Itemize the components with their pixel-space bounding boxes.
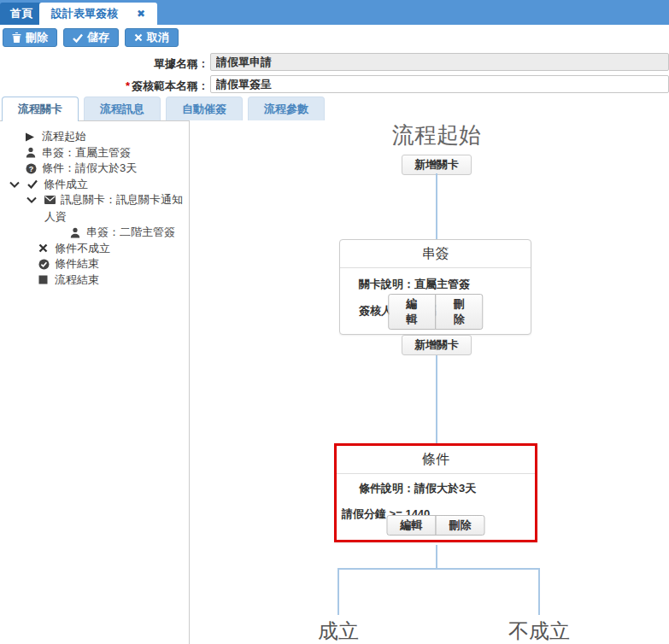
tree-item-condition-true[interactable]: 條件成立 <box>0 177 189 193</box>
flow-diagram-panel: 流程起始 新增關卡 串簽 關卡說明：直屬主管簽 簽核人員：直屬主管 編輯 刪除 … <box>190 120 669 644</box>
trash-icon <box>12 32 21 43</box>
edit-button[interactable]: 編輯 <box>388 294 436 330</box>
check-circle-icon <box>38 256 55 272</box>
tree-item-label: 條件：請假大於3天 <box>42 161 137 177</box>
doc-name-label: 單據名稱 : <box>0 56 205 72</box>
tree-item-label: 流程結束 <box>55 272 99 289</box>
delete-button[interactable]: 刪除 <box>3 28 57 47</box>
check-icon <box>73 33 83 43</box>
app-window: 首頁 設計表單簽核 ✖ 刪除 儲存 取消 單據名稱 : *簽核範本名稱 : 流程… <box>0 0 669 644</box>
tab-auto-remind-label: 自動催簽 <box>182 102 226 117</box>
close-icon[interactable]: ✖ <box>137 8 145 20</box>
check-icon <box>27 177 44 193</box>
tree-item-label: 條件結束 <box>55 256 99 272</box>
flow-connector-line <box>436 173 437 240</box>
serial-card-title: 串簽 <box>340 240 531 268</box>
tab-current-label: 設計表單簽核 <box>51 6 118 21</box>
branch-split-line <box>337 568 540 570</box>
branch-false-line <box>538 568 540 615</box>
branch-true-line <box>337 568 339 615</box>
flow-connector-line <box>436 545 437 569</box>
tab-home-label: 首頁 <box>10 6 32 21</box>
x-icon <box>38 241 55 257</box>
tree-item-serial-sign[interactable]: 串簽：直屬主管簽 <box>0 145 189 161</box>
tab-flow-steps[interactable]: 流程關卡 <box>2 97 79 121</box>
tree-item-message-step[interactable]: 訊息關卡：訊息關卡通知人資 <box>0 192 189 225</box>
add-step-button-middle[interactable]: 新增關卡 <box>402 335 472 355</box>
cancel-button-label: 取消 <box>147 30 169 45</box>
doc-name-input[interactable] <box>210 53 669 71</box>
chevron-down-icon[interactable] <box>26 192 44 208</box>
edit-button[interactable]: 編輯 <box>387 515 437 536</box>
tree-item-label: 條件不成立 <box>55 241 110 257</box>
tab-flow-messages-label: 流程訊息 <box>100 102 144 117</box>
tree-item-condition[interactable]: ? 條件：請假大於3天 <box>0 161 189 177</box>
required-asterisk: * <box>126 79 130 92</box>
condition-card-desc: 條件說明：請假大於3天 <box>337 481 535 496</box>
add-step-button-top[interactable]: 新增關卡 <box>402 155 472 175</box>
envelope-icon <box>44 193 56 209</box>
square-icon <box>38 272 55 289</box>
tab-design-form-approval[interactable]: 設計表單簽核 ✖ <box>39 3 157 25</box>
condition-card-actions: 編輯 刪除 <box>387 515 485 536</box>
flow-tree-panel: 流程起始 串簽：直屬主管簽 ? 條件：請假大於3天 條件成立 訊息關卡：訊息關卡… <box>0 120 190 644</box>
serial-card-actions: 編輯 刪除 <box>388 294 484 330</box>
tree-item-label: 條件成立 <box>44 177 88 193</box>
question-circle-icon: ? <box>26 161 42 177</box>
flow-start-title: 流程起始 <box>392 120 481 150</box>
tree-item-flow-end[interactable]: 流程結束 <box>0 272 189 289</box>
tree-item-label: 串簽：二階主管簽 <box>86 225 175 241</box>
top-tab-bar: 首頁 設計表單簽核 ✖ <box>0 0 669 25</box>
svg-text:?: ? <box>29 164 34 173</box>
tree-item-label: 流程起始 <box>42 129 86 145</box>
branch-true-label: 成立 <box>318 618 359 644</box>
serial-sign-card: 串簽 關卡說明：直屬主管簽 簽核人員：直屬主管 編輯 刪除 <box>339 239 531 335</box>
condition-card-title: 條件 <box>337 446 535 474</box>
template-name-label: *簽核範本名稱 : <box>0 79 205 94</box>
tree-item-condition-false[interactable]: 條件不成立 <box>0 241 189 257</box>
x-icon <box>134 33 143 42</box>
tab-home[interactable]: 首頁 <box>0 3 43 25</box>
template-name-input[interactable] <box>210 75 669 93</box>
chevron-down-icon[interactable] <box>9 177 27 193</box>
section-tabs: 流程關卡 流程訊息 自動催簽 流程參數 <box>2 97 325 121</box>
tab-flow-params[interactable]: 流程參數 <box>248 97 325 120</box>
delete-button[interactable]: 刪除 <box>436 515 485 536</box>
tree-item-label: 串簽：直屬主管簽 <box>42 145 131 161</box>
tree-item-flow-start[interactable]: 流程起始 <box>0 129 189 145</box>
play-icon <box>26 129 42 145</box>
tree-item-label: 訊息關卡：訊息關卡通知人資 <box>44 193 183 223</box>
condition-card-highlighted: 條件 條件說明：請假大於3天 請假分鐘 >= 1440 編輯 刪除 <box>334 443 537 542</box>
tree-item-condition-end[interactable]: 條件結束 <box>0 256 189 272</box>
delete-button-label: 刪除 <box>26 30 48 45</box>
tab-flow-params-label: 流程參數 <box>264 102 308 117</box>
branch-false-label: 不成立 <box>508 618 570 644</box>
save-button-label: 儲存 <box>87 30 109 45</box>
save-button[interactable]: 儲存 <box>63 28 119 47</box>
cancel-button[interactable]: 取消 <box>125 28 179 47</box>
user-icon <box>26 145 42 161</box>
toolbar: 刪除 儲存 取消 <box>0 25 669 50</box>
serial-card-desc: 關卡說明：直屬主管簽 <box>340 277 531 292</box>
tree-item-serial-sign-2[interactable]: 串簽：二階主管簽 <box>0 225 189 241</box>
user-icon <box>70 225 86 241</box>
tab-flow-messages[interactable]: 流程訊息 <box>84 97 161 120</box>
tab-flow-steps-label: 流程關卡 <box>18 102 62 117</box>
flow-connector-line <box>436 355 437 443</box>
tab-auto-remind[interactable]: 自動催簽 <box>166 97 243 120</box>
delete-button[interactable]: 刪除 <box>435 294 483 330</box>
